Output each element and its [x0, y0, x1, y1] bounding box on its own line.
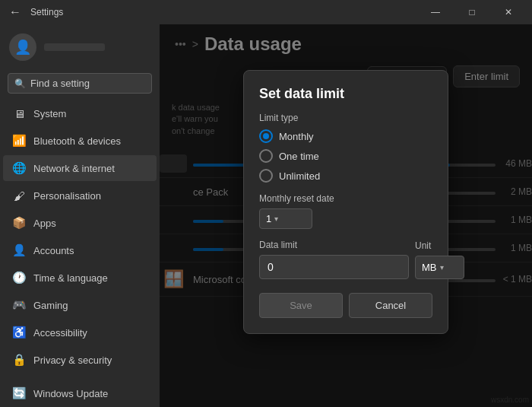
reset-date-chevron-icon: ▾ [274, 215, 278, 223]
radio-item-one-time[interactable]: One time [259, 149, 432, 163]
sidebar-item-gaming[interactable]: 🎮 Gaming [3, 292, 157, 318]
main-content: ••• > Data usage 🔌 Ethernet ▾ Enter limi… [160, 24, 532, 407]
sidebar-item-label-gaming: Gaming [33, 300, 68, 311]
search-box[interactable]: 🔍 [8, 73, 152, 94]
modal-actions: Save Cancel [259, 293, 432, 318]
unit-label: Unit [415, 240, 464, 251]
sidebar-item-accessibility[interactable]: ♿ Accessibility [3, 320, 157, 345]
windows-update-icon: 🔄 [12, 386, 26, 400]
sidebar-item-windows-update[interactable]: 🔄 Windows Update [3, 380, 157, 406]
reset-date-value: 1 [266, 213, 271, 224]
radio-circle-unlimited [259, 169, 273, 183]
reset-date-dropdown[interactable]: 1 ▾ [259, 208, 312, 229]
sidebar-item-privacy[interactable]: 🔒 Privacy & security [3, 347, 157, 373]
personalisation-icon: 🖌 [12, 189, 26, 202]
accounts-icon: 👤 [12, 243, 26, 257]
sidebar-item-label-privacy: Privacy & security [33, 355, 112, 366]
sidebar-item-label-time: Time & language [33, 272, 108, 284]
modal-overlay: Set data limit Limit type Monthly One ti… [160, 24, 532, 407]
sidebar-item-label-windows-update: Windows Update [33, 388, 108, 399]
save-button[interactable]: Save [259, 293, 343, 318]
apps-icon: 📦 [12, 216, 26, 230]
user-section: 👤 [0, 24, 160, 70]
sidebar-item-label-system: System [33, 108, 66, 119]
back-button[interactable]: ← [6, 2, 24, 22]
gaming-icon: 🎮 [12, 298, 26, 312]
modal-title: Set data limit [259, 86, 432, 102]
sidebar-item-bluetooth[interactable]: 📶 Bluetooth & devices [3, 128, 157, 154]
radio-label-unlimited: Unlimited [279, 170, 320, 182]
data-limit-label: Data limit [259, 240, 409, 250]
sidebar-item-label-accessibility: Accessibility [33, 327, 87, 339]
bluetooth-icon: 📶 [12, 134, 26, 148]
titlebar-controls: — □ ✕ [418, 0, 526, 24]
sidebar: 👤 🔍 🖥 System 📶 Bluetooth & devices 🌐 Net… [0, 24, 160, 407]
radio-item-monthly[interactable]: Monthly [259, 129, 432, 143]
maximize-button[interactable]: □ [454, 0, 489, 24]
reset-date-label: Monthly reset date [259, 193, 432, 204]
avatar: 👤 [9, 33, 36, 61]
data-limit-row: Data limit Unit MB ▾ [259, 232, 432, 279]
limit-type-label: Limit type [259, 113, 432, 123]
radio-group-limit-type: Monthly One time Unlimited [259, 129, 432, 183]
time-icon: 🕐 [12, 271, 26, 285]
close-button[interactable]: ✕ [491, 0, 526, 24]
privacy-icon: 🔒 [12, 353, 26, 367]
search-input[interactable] [30, 78, 145, 89]
unit-column: Unit MB ▾ [415, 240, 464, 279]
minimize-button[interactable]: — [418, 0, 453, 24]
sidebar-item-label-network: Network & internet [33, 163, 115, 174]
sidebar-item-personalisation[interactable]: 🖌 Personalisation [3, 183, 157, 208]
sidebar-item-accounts[interactable]: 👤 Accounts [3, 237, 157, 263]
radio-dot-monthly [263, 133, 269, 139]
sidebar-item-label-apps: Apps [33, 218, 56, 229]
data-limit-input[interactable] [259, 255, 409, 279]
sidebar-item-time[interactable]: 🕐 Time & language [3, 265, 157, 291]
app-layout: 👤 🔍 🖥 System 📶 Bluetooth & devices 🌐 Net… [0, 24, 532, 407]
unit-chevron-icon: ▾ [440, 263, 444, 272]
sidebar-item-label-accounts: Accounts [33, 245, 74, 256]
unit-value: MB [422, 262, 437, 273]
accessibility-icon: ♿ [12, 326, 26, 339]
radio-circle-monthly [259, 129, 273, 143]
user-name-placeholder [44, 43, 105, 51]
unit-dropdown[interactable]: MB ▾ [415, 256, 464, 279]
radio-label-monthly: Monthly [279, 131, 314, 142]
search-icon: 🔍 [14, 78, 26, 89]
sidebar-item-network[interactable]: 🌐 Network & internet [3, 155, 157, 181]
titlebar: ← Settings — □ ✕ [0, 0, 532, 24]
radio-label-one-time: One time [279, 151, 319, 162]
titlebar-title: Settings [30, 7, 63, 17]
cancel-button[interactable]: Cancel [349, 293, 432, 318]
titlebar-left: ← Settings [6, 2, 63, 22]
sidebar-item-apps[interactable]: 📦 Apps [3, 210, 157, 236]
sidebar-item-label-bluetooth: Bluetooth & devices [33, 135, 121, 147]
network-icon: 🌐 [12, 161, 26, 175]
sidebar-item-label-personalisation: Personalisation [33, 190, 101, 202]
set-data-limit-modal: Set data limit Limit type Monthly One ti… [243, 70, 448, 334]
radio-item-unlimited[interactable]: Unlimited [259, 169, 432, 183]
radio-circle-one-time [259, 149, 273, 163]
system-icon: 🖥 [12, 107, 26, 120]
sidebar-item-system[interactable]: 🖥 System [3, 100, 157, 126]
